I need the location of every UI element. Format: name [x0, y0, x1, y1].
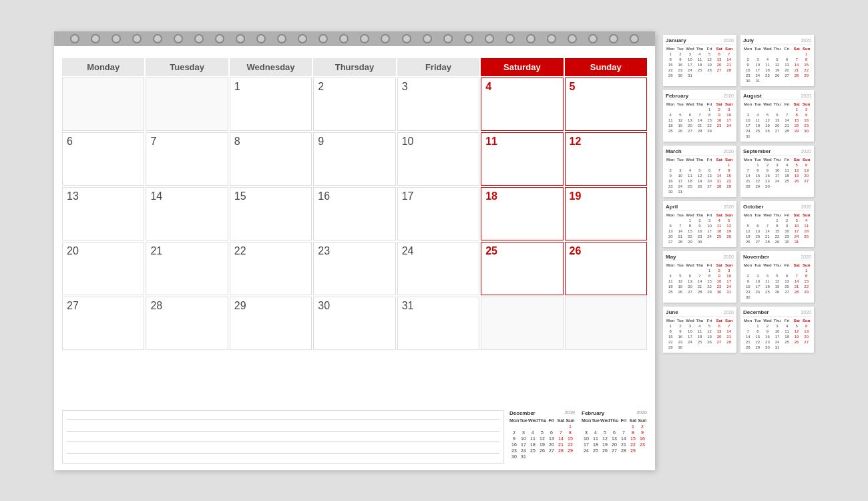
- side-mini-cell: [753, 268, 763, 273]
- side-mini-cell: 8: [704, 112, 714, 118]
- mini-cell-day: 25: [528, 448, 537, 454]
- side-mini-cell: 23: [695, 234, 705, 239]
- side-mini-cell: Thu: [695, 212, 705, 218]
- side-mini-cell: Wed: [685, 263, 695, 268]
- side-mini-cell: 14: [792, 62, 802, 67]
- side-mini-cell: [792, 268, 802, 273]
- side-mini-cell: 1: [666, 323, 676, 329]
- side-mini-cell: Wed: [685, 46, 695, 51]
- side-mini-cell: 2: [714, 268, 724, 273]
- side-mini-cell: 21: [714, 178, 724, 184]
- side-mini-cell: Sat: [714, 212, 724, 218]
- side-mini-cell: 28: [724, 67, 734, 73]
- side-mini-cell: Thu: [773, 46, 783, 51]
- side-mini-cell: 22: [773, 234, 783, 239]
- day-cell: 16: [313, 187, 395, 240]
- mini-cell-header: Thu: [537, 418, 547, 424]
- day-cell: 8: [230, 132, 312, 186]
- day-number: 24: [402, 245, 414, 257]
- side-mini-cell: 1: [704, 268, 714, 273]
- side-mini-cell: 11: [695, 57, 705, 62]
- mini-cell-day: 11: [528, 436, 537, 442]
- side-mini-cell: Thu: [695, 46, 705, 51]
- side-mini-cell: 21: [792, 67, 802, 73]
- day-number: 7: [150, 136, 156, 147]
- day-header-monday: Monday: [62, 58, 144, 76]
- side-mini-cell: 17: [676, 178, 686, 184]
- day-cell: 24: [397, 242, 479, 295]
- mini-cal-header: December2019: [509, 410, 575, 416]
- side-mini-cell: 12: [676, 118, 686, 123]
- side-mini-cell: 7: [782, 112, 792, 118]
- side-mini-cell: 16: [666, 178, 676, 184]
- day-number: 14: [150, 190, 162, 202]
- mini-cell-day: 21: [556, 442, 566, 448]
- side-mini-cell: [704, 162, 714, 168]
- side-mini-cell: 20: [801, 334, 811, 339]
- side-mini-grid: MonTueWedThuFriSatSun1234567891011121314…: [666, 102, 734, 134]
- side-mini-cell: [753, 51, 763, 57]
- side-mini-cell: 3: [724, 107, 734, 112]
- side-mini-cell: 11: [753, 118, 763, 123]
- mini-cell-day: [537, 454, 547, 460]
- day-cell: 28: [146, 297, 228, 350]
- side-mini-cell: 30: [801, 128, 811, 134]
- side-mini-cell: Fri: [704, 212, 714, 218]
- side-calendars: January2020MonTueWedThuFriSatSun12345678…: [663, 31, 814, 353]
- side-mini-cell: 10: [753, 62, 763, 67]
- side-mini-cell: 19: [676, 284, 686, 289]
- side-mini-cell: 23: [714, 123, 724, 128]
- side-mini-cell: 11: [714, 223, 724, 228]
- side-mini-cell: 23: [801, 123, 811, 128]
- side-mini-cell: 24: [773, 339, 783, 345]
- side-mini-cell: 23: [666, 184, 676, 189]
- side-mini-cell: 28: [763, 239, 773, 244]
- side-mini-cell: 9: [666, 173, 676, 178]
- side-mini-calendar: September2020MonTueWedThuFriSatSun123456…: [740, 146, 814, 197]
- side-mini-cell: 28: [782, 128, 792, 134]
- side-mini-cell: 22: [753, 339, 763, 345]
- side-mini-cell: [763, 218, 773, 223]
- side-mini-cell: 31: [753, 78, 763, 84]
- day-cell: 29: [230, 297, 312, 350]
- side-mini-cell: 26: [792, 178, 802, 184]
- side-mini-cell: 6: [801, 323, 811, 329]
- side-mini-cell: 3: [792, 218, 802, 223]
- side-mini-cell: 30: [695, 239, 705, 244]
- side-mini-cell: 21: [676, 234, 686, 239]
- side-mini-cell: Fri: [704, 263, 714, 268]
- side-mini-cell: 8: [704, 273, 714, 279]
- spiral-loop: [423, 34, 432, 43]
- calendar-bottom: December2019MonTueWedThuFriSatSun1234567…: [54, 410, 655, 470]
- side-mini-cell: 29: [685, 239, 695, 244]
- mini-cell-day: [556, 454, 566, 460]
- page-container: MondayTuesdayWednesdayThursdayFridaySatu…: [41, 18, 827, 484]
- side-mini-cell: 18: [801, 228, 811, 234]
- spiral-loop: [402, 34, 411, 43]
- side-mini-cell: 13: [782, 279, 792, 284]
- side-mini-cell: 30: [763, 184, 773, 189]
- side-mini-cell: 26: [763, 128, 773, 134]
- side-mini-grid: MonTueWedThuFriSatSun1234567891011121314…: [666, 212, 734, 244]
- side-mini-cell: Tue: [753, 102, 763, 107]
- day-headers-row: MondayTuesdayWednesdayThursdayFridaySatu…: [62, 58, 647, 76]
- side-mini-cell: 25: [753, 128, 763, 134]
- side-mini-cell: 8: [666, 57, 676, 62]
- side-mini-cell: 19: [676, 123, 686, 128]
- side-mini-cell: Fri: [704, 318, 714, 323]
- spiral-binding: [54, 31, 655, 46]
- side-mini-cell: Fri: [782, 46, 792, 51]
- mini-cell-day: [591, 424, 600, 430]
- mini-cell-header: Sun: [638, 418, 647, 424]
- day-cell: 21: [146, 242, 228, 295]
- side-mini-year-label: 2020: [723, 204, 734, 209]
- spiral-loop: [91, 34, 100, 43]
- side-mini-cell: Fri: [782, 263, 792, 268]
- side-mini-cell: Thu: [773, 102, 783, 107]
- side-mini-header: December2020: [743, 309, 811, 317]
- side-mini-cell: 23: [782, 234, 792, 239]
- day-number: 21: [150, 245, 162, 257]
- side-mini-cell: [676, 107, 686, 112]
- days-grid: 1234567891011121314151617181920212223242…: [62, 77, 647, 405]
- mini-cal-grid: MonTueWedThuFriSatSun1234567891011121314…: [582, 418, 647, 454]
